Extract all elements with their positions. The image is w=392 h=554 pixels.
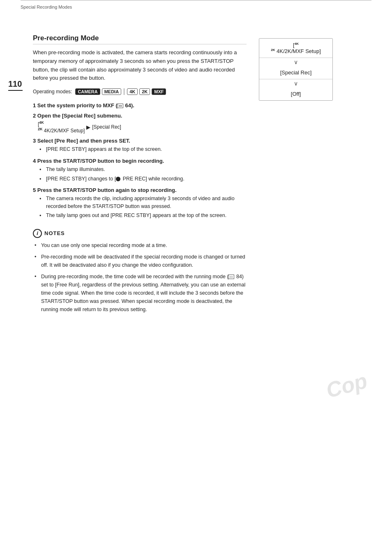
step-2-text: Open the [Special Rec] submenu. [37, 113, 122, 119]
step-1-heading: 1 Set the system priority to MXF (▭ 64). [33, 102, 247, 108]
intro-text: When pre-recording mode is activated, th… [33, 48, 247, 83]
menu-arrow-1: ∨ [259, 58, 332, 66]
step-2-heading: 2 Open the [Special Rec] submenu. [33, 113, 247, 119]
step-4-heading: 4 Press the START/STOP button to begin r… [33, 158, 247, 164]
notes-header: i NOTES [33, 229, 247, 238]
step-1-num: 1 [33, 102, 37, 108]
step-3-bullet-1: • [PRE REC STBY] appears at the top of t… [39, 145, 247, 154]
bullet-dot-5-2: • [39, 212, 44, 220]
step-5-bullet-2: • The tally lamp goes out and [PRE REC S… [39, 212, 247, 220]
step-5-num: 5 [33, 187, 37, 193]
nav-arrow: ▶ [86, 124, 90, 130]
section-label: Special Recording Modes [21, 3, 392, 9]
step-2-nav-prefix: [4K2K 4K/2K/MXF Setup] [38, 120, 85, 134]
note-item-2-text: Pre-recording mode will be deactivated i… [41, 253, 247, 269]
filled-circle [116, 177, 120, 181]
step-5-heading: 5 Press the START/STOP button again to s… [33, 187, 247, 193]
content-area: 110 Pre-recording Mode When pre-recordin… [0, 34, 392, 317]
note-item-3: • During pre-recording mode, the time co… [35, 272, 247, 314]
note-item-1-text: You can use only one special recording m… [41, 241, 167, 249]
step-3-num: 3 [33, 138, 37, 144]
notes-section: i NOTES • You can use only one special r… [33, 229, 247, 314]
step-5-bullet-1-text: The camera records the clip, including a… [46, 195, 247, 210]
menu-item-setup: [4K2K 4K/2K/MXF Setup] [259, 39, 332, 58]
step-1: 1 Set the system priority to MXF (▭ 64). [33, 102, 247, 108]
bullet-dot-4-2: • [39, 175, 44, 183]
step-4-num: 4 [33, 158, 37, 164]
badge-4k: 4K2K [38, 120, 44, 131]
watermark: Cop [323, 368, 370, 403]
page-number: 110 [8, 79, 29, 89]
note-bullet-2: • [35, 253, 39, 269]
mode-mxf: MXF [152, 88, 166, 95]
bullet-dot-5-1: • [39, 195, 44, 210]
page-number-line [8, 90, 23, 91]
note-bullet-3: • [35, 272, 39, 314]
bullet-dot: • [39, 146, 44, 154]
badge-4k-2: 4K2K [271, 42, 299, 52]
mode-separator [124, 88, 125, 95]
note-item-2: • Pre-recording mode will be deactivated… [35, 253, 247, 269]
step-5-bullet-1: • The camera records the clip, including… [39, 195, 247, 210]
ref-icon-1: ▭ [118, 104, 123, 108]
step-4-bullet-2-text: [PRE REC STBY] changes to [ PRE REC] whi… [46, 175, 184, 183]
note-item-3-text: During pre-recording mode, the time code… [41, 272, 247, 314]
page-number-area: 110 [0, 34, 29, 317]
top-rule [21, 0, 371, 3]
menu-panel: [4K2K 4K/2K/MXF Setup] ∨ [Special Rec] ∨… [259, 38, 333, 101]
mode-4k: 4K [127, 88, 138, 95]
step-2-nav-dest: [Special Rec] [92, 124, 121, 130]
step-4-bullet-1-text: The tally lamp illuminates. [46, 166, 105, 174]
section-title: Pre-recording Mode [33, 34, 247, 44]
step-3-bullet-1-text: [PRE REC STBY] appears at the top of the… [46, 145, 162, 154]
operating-modes: Operating modes: CAMERA MEDIA 4K 2K MXF [33, 88, 247, 95]
step-3: 3 Select [Pre Rec] and then press SET. •… [33, 138, 247, 154]
step-2-nav: [4K2K 4K/2K/MXF Setup] ▶ [Special Rec] [38, 120, 247, 134]
mode-camera: CAMERA [75, 88, 100, 95]
note-bullet-1: • [35, 241, 39, 249]
step-4-text: Press the START/STOP button to begin rec… [37, 158, 164, 164]
step-4: 4 Press the START/STOP button to begin r… [33, 158, 247, 183]
info-icon: i [33, 229, 42, 238]
notes-title: NOTES [44, 230, 65, 236]
bullet-dot-4-1: • [39, 166, 44, 174]
mode-2k: 2K [139, 88, 150, 95]
step-1-text: Set the system priority to MXF (▭ 64). [37, 102, 134, 108]
menu-arrow-2: ∨ [259, 79, 332, 88]
mode-media: MEDIA [102, 88, 121, 95]
step-5-text: Press the START/STOP button again to sto… [37, 187, 177, 193]
main-column: Pre-recording Mode When pre-recording mo… [29, 34, 259, 317]
page: Special Recording Modes 110 Pre-recordin… [0, 0, 392, 554]
step-2-num: 2 [33, 113, 37, 119]
note-item-1: • You can use only one special recording… [35, 241, 247, 249]
op-label: Operating modes: [33, 89, 72, 95]
menu-item-special-rec: [Special Rec] [259, 66, 332, 79]
step-2: 2 Open the [Special Rec] submenu. [4K2K … [33, 113, 247, 134]
menu-item-off: [Off] [259, 88, 332, 100]
step-4-bullet-2: • [PRE REC STBY] changes to [ PRE REC] w… [39, 175, 247, 183]
ref-icon-note: ▭ [228, 275, 234, 279]
step-3-text: Select [Pre Rec] and then press SET. [37, 138, 130, 144]
step-5-bullet-2-text: The tally lamp goes out and [PRE REC STB… [46, 212, 226, 220]
step-5: 5 Press the START/STOP button again to s… [33, 187, 247, 219]
step-3-heading: 3 Select [Pre Rec] and then press SET. [33, 138, 247, 144]
step-4-bullet-1: • The tally lamp illuminates. [39, 166, 247, 174]
right-sidebar: [4K2K 4K/2K/MXF Setup] ∨ [Special Rec] ∨… [259, 34, 341, 317]
